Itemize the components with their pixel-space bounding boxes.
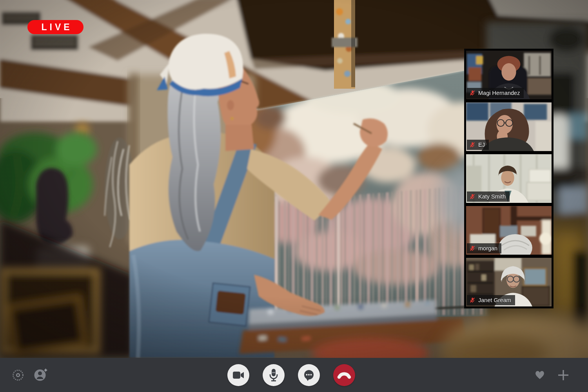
muted-mic-icon <box>469 297 475 303</box>
participant-name-tag: morgan <box>467 243 501 253</box>
video-call-window: LIVE <box>0 0 588 392</box>
camera-button[interactable] <box>227 364 249 386</box>
settings-button[interactable] <box>10 367 26 383</box>
participant-tile[interactable]: Magi Hernandez <box>465 50 552 100</box>
participant-name: morgan <box>478 245 497 252</box>
live-badge: LIVE <box>27 20 83 34</box>
participant-name-tag: Janet Gream <box>467 295 515 305</box>
participant-tile[interactable]: EJ <box>465 102 552 152</box>
muted-mic-icon <box>469 245 475 252</box>
favorite-button[interactable] <box>532 367 548 383</box>
control-bar-right <box>532 358 571 392</box>
chat-icon <box>302 368 316 382</box>
camera-icon <box>232 369 245 381</box>
muted-mic-icon <box>469 142 475 148</box>
mic-button[interactable] <box>263 364 285 386</box>
control-bar-center <box>227 358 355 392</box>
participant-name: Katy Smith <box>478 193 506 200</box>
add-person-icon <box>32 366 48 384</box>
settings-icon <box>11 368 25 382</box>
hang-up-icon <box>337 368 351 382</box>
participant-name: Magi Hernandez <box>478 90 520 96</box>
participant-tile[interactable]: Janet Gream <box>465 257 552 307</box>
participant-tile[interactable]: Katy Smith <box>465 153 552 204</box>
muted-mic-icon <box>469 90 475 96</box>
hang-up-button[interactable] <box>333 364 355 386</box>
heart-icon <box>534 369 546 381</box>
participant-tile[interactable]: morgan <box>465 205 552 255</box>
participant-name: Janet Gream <box>478 297 511 303</box>
participant-name-tag: EJ <box>467 140 489 150</box>
participant-name: EJ <box>478 142 485 148</box>
participants-panel: Magi Hernandez <box>464 49 554 308</box>
participant-name-tag: Magi Hernandez <box>467 88 524 98</box>
chat-button[interactable] <box>298 364 320 386</box>
participant-name-tag: Katy Smith <box>467 191 510 202</box>
microphone-icon <box>267 368 280 382</box>
control-bar <box>0 358 588 392</box>
muted-mic-icon <box>469 193 475 200</box>
add-button[interactable] <box>555 367 571 383</box>
plus-icon <box>557 369 570 381</box>
control-bar-left <box>10 358 48 392</box>
add-person-button[interactable] <box>32 367 48 383</box>
